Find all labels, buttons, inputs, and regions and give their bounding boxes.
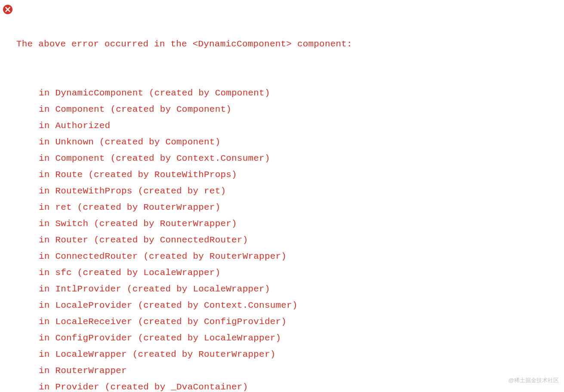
stack-frame: in RouterWrapper — [39, 363, 479, 379]
stack-frame: in IntlProvider (created by LocaleWrappe… — [39, 281, 479, 297]
error-stack: in DynamicComponent (created by Componen… — [16, 85, 479, 392]
stack-frame: in LocaleWrapper (created by RouterWrapp… — [39, 346, 479, 363]
stack-frame: in Component (created by Component) — [39, 101, 479, 118]
stack-frame: in ret (created by RouterWrapper) — [39, 199, 479, 216]
stack-frame: in DynamicComponent (created by Componen… — [39, 85, 479, 101]
stack-frame: in LocaleReceiver (created by ConfigProv… — [39, 314, 479, 330]
stack-frame: in sfc (created by LocaleWrapper) — [39, 265, 479, 281]
console-error-message: The above error occurred in the <Dynamic… — [0, 3, 564, 392]
error-text-block: The above error occurred in the <Dynamic… — [16, 3, 479, 392]
stack-frame: in LocaleProvider (created by Context.Co… — [39, 297, 479, 314]
stack-frame: in Unknown (created by Component) — [39, 134, 479, 150]
stack-frame: in Switch (created by RouterWrapper) — [39, 216, 479, 232]
stack-frame: in Route (created by RouteWithProps) — [39, 167, 479, 183]
stack-frame: in ConnectedRouter (created by RouterWra… — [39, 248, 479, 265]
stack-frame: in ConfigProvider (created by LocaleWrap… — [39, 330, 479, 346]
stack-frame: in RouteWithProps (created by ret) — [39, 183, 479, 199]
stack-frame: in Router (created by ConnectedRouter) — [39, 232, 479, 248]
stack-frame: in Provider (created by _DvaContainer) — [39, 379, 479, 392]
stack-frame: in Component (created by Context.Consume… — [39, 150, 479, 167]
watermark-text: @稀土掘金技术社区 — [509, 377, 559, 384]
stack-frame: in Authorized — [39, 118, 479, 134]
error-header-line: The above error occurred in the <Dynamic… — [16, 36, 479, 52]
error-icon — [3, 4, 13, 15]
